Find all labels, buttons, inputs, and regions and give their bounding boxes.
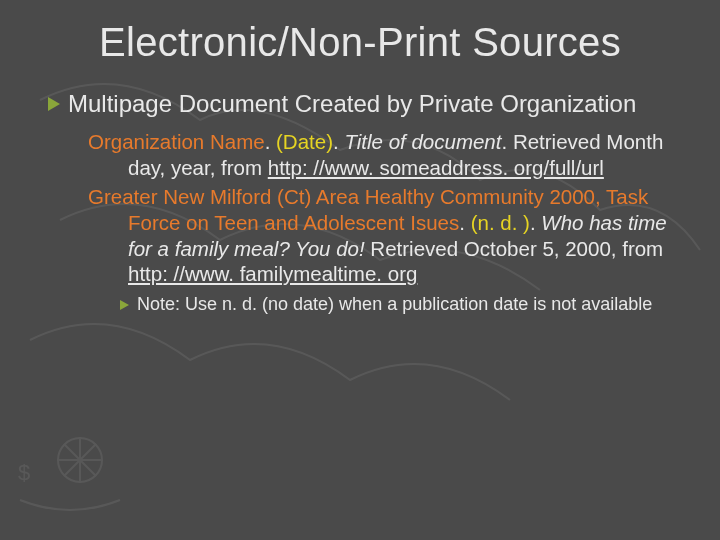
example-date: (n. d. ) xyxy=(471,211,530,234)
slide-title: Electronic/Non-Print Sources xyxy=(48,20,672,65)
format-sep1: . xyxy=(265,130,276,153)
citation-format-line: Organization Name. (Date). Title of docu… xyxy=(88,129,672,180)
format-sep2: . xyxy=(333,130,344,153)
heading-text: Multipage Document Created by Private Or… xyxy=(68,89,636,119)
example-sep1: . xyxy=(459,211,470,234)
example-retrieved: Retrieved October 5, 2000, from xyxy=(365,237,664,260)
example-sep2: . xyxy=(530,211,541,234)
example-url: http: //www. familymealtime. org xyxy=(128,262,417,285)
format-date: (Date) xyxy=(276,130,333,153)
format-organization: Organization Name xyxy=(88,130,265,153)
triangle-bullet-icon xyxy=(120,300,129,310)
note-text: Use n. d. (no date) when a publication d… xyxy=(185,294,652,314)
heading-row: Multipage Document Created by Private Or… xyxy=(48,89,672,129)
triangle-bullet-icon xyxy=(48,97,60,111)
format-url: http: //www. someaddress. org/full/url xyxy=(268,156,604,179)
note-line: Note: Use n. d. (no date) when a publica… xyxy=(120,293,672,316)
citation-example-line: Greater New Milford (Ct) Area Healthy Co… xyxy=(88,184,672,287)
format-doc-title: Title of document xyxy=(344,130,501,153)
slide-content: Electronic/Non-Print Sources Multipage D… xyxy=(0,0,720,540)
note-label: Note: xyxy=(137,294,185,314)
